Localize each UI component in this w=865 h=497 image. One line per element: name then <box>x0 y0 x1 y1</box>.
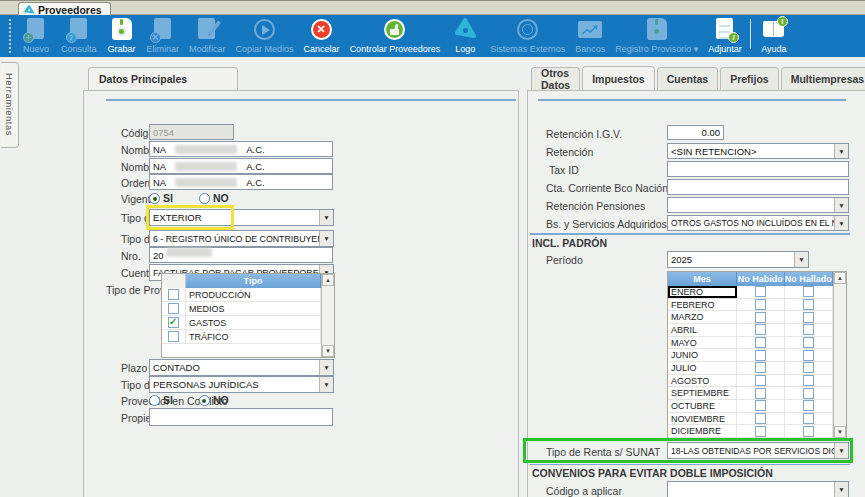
chevron-down-icon[interactable]: ▼ <box>834 482 848 497</box>
codigo-aplicar-dropdown[interactable]: ▼ <box>667 481 849 497</box>
tab-prefijos[interactable]: Prefijos <box>720 67 779 90</box>
chevron-down-icon[interactable]: ▼ <box>834 144 848 158</box>
padron-cell-no-habido[interactable] <box>737 375 784 387</box>
padron-cell-no-habido[interactable] <box>737 311 784 323</box>
orden-cheque-field[interactable]: NA A.C. <box>149 174 333 190</box>
nombre-field[interactable]: NA A.C. <box>149 141 333 157</box>
tab-multiempresas[interactable]: Multiempresas <box>781 67 865 90</box>
checkbox-icon[interactable] <box>803 413 814 424</box>
padron-cell-mes[interactable]: OCTUBRE <box>668 400 737 412</box>
tab-datos-principales[interactable]: Datos Principales <box>88 67 238 90</box>
padron-cell-mes[interactable]: NOVIEMBRE <box>668 413 737 425</box>
tipo-checkbox-cell[interactable] <box>162 288 186 301</box>
tipo-responsable-dropdown[interactable]: EXTERIOR ▼ <box>149 209 334 226</box>
checkbox-icon[interactable] <box>755 375 766 386</box>
padron-cell-no-hallado[interactable] <box>785 324 833 336</box>
padron-cell-no-habido[interactable] <box>737 413 784 425</box>
padron-cell-no-hallado[interactable] <box>785 375 833 387</box>
checkbox-icon[interactable] <box>803 286 814 297</box>
vigente-option-no[interactable]: NO <box>199 192 229 204</box>
bs-servicios-dropdown[interactable]: OTROS GASTOS NO INCLUÍDOS EN EL NUMERAL … <box>667 215 849 231</box>
tipo-checkbox-cell[interactable] <box>162 316 186 329</box>
padron-cell-mes[interactable]: ENERO <box>668 286 737 298</box>
scroll-up-icon[interactable]: ▲ <box>322 274 334 286</box>
padron-cell-no-hallado[interactable] <box>785 286 833 298</box>
checkbox-icon[interactable] <box>803 388 814 399</box>
tipo-renta-dropdown[interactable]: 18-LAS OBTENIDAS POR SERVICIOS DIGITALES… <box>667 442 849 459</box>
checkbox-icon[interactable] <box>755 350 766 361</box>
checkbox-icon[interactable] <box>803 362 814 373</box>
checkbox-icon[interactable] <box>755 299 766 310</box>
chevron-down-icon[interactable]: ▼ <box>319 210 333 225</box>
nombre-abreviado-field[interactable]: NA A.C. <box>149 158 333 174</box>
checkbox-icon[interactable] <box>755 413 766 424</box>
chevron-down-icon[interactable]: ▼ <box>834 443 848 458</box>
toolbar-button-cancelar[interactable]: ✕Cancelar <box>299 15 345 57</box>
vigente-option-si[interactable]: SI <box>149 192 173 204</box>
sidebar-tab-herramientas[interactable]: Herramientas <box>1 62 19 148</box>
tipo-persona-dropdown[interactable]: PERSONAS JURÍDICAS ▼ <box>149 376 334 393</box>
padron-cell-no-hallado[interactable] <box>785 413 833 425</box>
padron-cell-mes[interactable]: FEBRERO <box>668 299 737 311</box>
padron-grid-scrollbar[interactable]: ▲ ▼ <box>833 272 846 438</box>
checkbox-icon[interactable] <box>803 324 814 335</box>
tipo-name-cell[interactable]: TRÁFICO <box>186 330 321 343</box>
checkbox-icon[interactable] <box>755 400 766 411</box>
checkbox-icon[interactable] <box>755 362 766 373</box>
padron-cell-no-hallado[interactable] <box>785 311 833 323</box>
padron-cell-no-hallado[interactable] <box>785 337 833 349</box>
periodo-dropdown[interactable]: 2025 ▼ <box>667 251 809 268</box>
retencion-pensiones-dropdown[interactable]: ▼ <box>667 197 849 213</box>
checkbox-icon[interactable] <box>168 331 179 342</box>
padron-cell-no-hallado[interactable] <box>785 425 833 437</box>
scroll-up-icon[interactable]: ▲ <box>834 272 846 284</box>
tipo-name-cell[interactable]: PRODUCCIÓN <box>186 288 321 301</box>
checkbox-icon[interactable] <box>755 324 766 335</box>
retencion-igv-field[interactable]: 0.00 <box>667 125 724 140</box>
checkbox-icon[interactable] <box>755 426 766 437</box>
chevron-down-icon[interactable]: ▼ <box>834 216 848 230</box>
padron-cell-mes[interactable]: MARZO <box>668 311 737 323</box>
toolbar-button-adjuntar[interactable]: /Adjuntar <box>703 15 747 57</box>
toolbar-button-controlar-proveedores[interactable]: Controlar Proveedores <box>345 15 446 57</box>
toolbar-drag-handle[interactable] <box>9 19 12 53</box>
conflicto-option-no[interactable]: NO <box>199 394 229 406</box>
tab-impuestos[interactable]: Impuestos <box>582 66 655 90</box>
tax-id-field[interactable] <box>667 161 849 177</box>
chevron-down-icon[interactable]: ▼ <box>794 252 808 267</box>
checkbox-icon[interactable] <box>755 337 766 348</box>
scroll-down-icon[interactable]: ▼ <box>322 345 334 357</box>
checkbox-icon[interactable] <box>803 337 814 348</box>
padron-cell-no-habido[interactable] <box>737 362 784 374</box>
tipo-grid-scrollbar[interactable]: ▲ ▼ <box>321 274 334 357</box>
checkbox-icon[interactable] <box>168 289 179 300</box>
tab-otros-datos[interactable]: Otros Datos <box>531 67 580 90</box>
checkbox-checked-icon[interactable] <box>168 317 179 328</box>
chevron-down-icon[interactable]: ▼ <box>319 360 333 375</box>
padron-cell-mes[interactable]: JULIO <box>668 362 737 374</box>
checkbox-icon[interactable] <box>755 286 766 297</box>
nro-field[interactable]: 20 <box>149 247 333 263</box>
propietarios-field[interactable] <box>149 408 333 426</box>
padron-cell-no-habido[interactable] <box>737 324 784 336</box>
chevron-down-icon[interactable]: ▼ <box>319 377 333 392</box>
tab-cuentas[interactable]: Cuentas <box>657 67 718 90</box>
conflicto-option-si[interactable]: SI <box>149 394 173 406</box>
padron-cell-no-habido[interactable] <box>737 425 784 437</box>
padron-cell-no-habido[interactable] <box>737 286 784 298</box>
checkbox-icon[interactable] <box>803 400 814 411</box>
padron-cell-no-hallado[interactable] <box>785 299 833 311</box>
toolbar-button-ayuda[interactable]: iAyuda <box>754 15 794 57</box>
padron-cell-no-hallado[interactable] <box>785 387 833 399</box>
tipo-name-cell[interactable]: MEDIOS <box>186 302 321 315</box>
scroll-down-icon[interactable]: ▼ <box>834 426 846 438</box>
padron-cell-no-habido[interactable] <box>737 299 784 311</box>
padron-cell-mes[interactable]: MAYO <box>668 337 737 349</box>
chevron-down-icon[interactable]: ▼ <box>834 198 848 212</box>
tipo-documento-dropdown[interactable]: 6 - REGISTRO ÚNICO DE CONTRIBUYENTES ▼ <box>149 230 334 247</box>
padron-cell-mes[interactable]: DICIEMBRE <box>668 425 737 437</box>
padron-cell-no-hallado[interactable] <box>785 362 833 374</box>
window-tab-proveedores[interactable]: Proveedores <box>18 2 111 16</box>
padron-cell-no-hallado[interactable] <box>785 349 833 361</box>
checkbox-icon[interactable] <box>168 303 179 314</box>
